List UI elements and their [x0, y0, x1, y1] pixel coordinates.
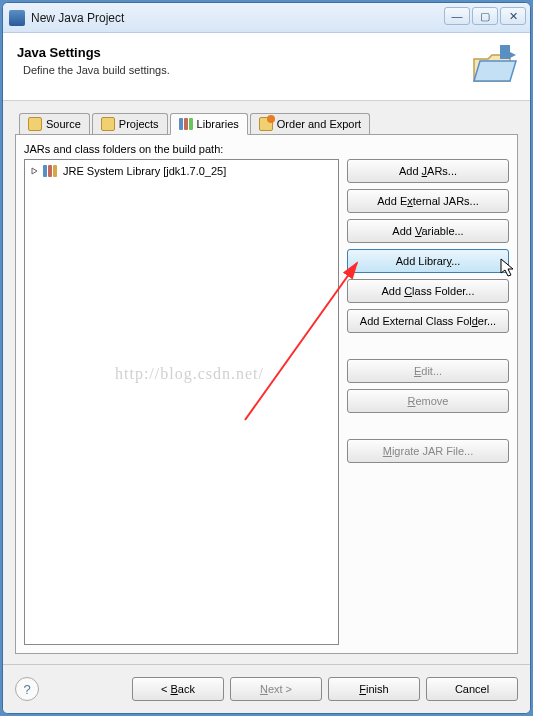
svg-rect-0 — [500, 45, 510, 59]
page-title: Java Settings — [17, 45, 516, 60]
build-path-tree[interactable]: JRE System Library [jdk1.7.0_25] — [24, 159, 339, 645]
tab-projects[interactable]: Projects — [92, 113, 168, 134]
add-external-class-folder-button[interactable]: Add External Class Folder... — [347, 309, 509, 333]
minimize-button[interactable]: — — [444, 7, 470, 25]
titlebar: New Java Project — ▢ ✕ — [3, 3, 530, 33]
tab-bar: Source Projects Libraries Order and Expo… — [15, 111, 518, 135]
edit-button: Edit... — [347, 359, 509, 383]
back-button[interactable]: < Back — [132, 677, 224, 701]
add-external-jars-button[interactable]: Add External JARs... — [347, 189, 509, 213]
page-subtitle: Define the Java build settings. — [23, 64, 516, 76]
folder-wizard-icon — [470, 41, 518, 89]
tree-item-label: JRE System Library [jdk1.7.0_25] — [63, 165, 226, 177]
tab-body: JARs and class folders on the build path… — [15, 135, 518, 654]
button-column: Add JARs... Add External JARs... Add Var… — [347, 159, 509, 645]
tab-label: Projects — [119, 118, 159, 130]
library-icon — [43, 165, 59, 177]
add-variable-button[interactable]: Add Variable... — [347, 219, 509, 243]
list-label: JARs and class folders on the build path… — [24, 143, 509, 155]
window-title: New Java Project — [31, 11, 124, 25]
next-button: Next > — [230, 677, 322, 701]
add-jars-button[interactable]: Add JARs... — [347, 159, 509, 183]
cancel-button[interactable]: Cancel — [426, 677, 518, 701]
tab-order-export[interactable]: Order and Export — [250, 113, 370, 134]
projects-icon — [101, 117, 115, 131]
window-controls: — ▢ ✕ — [444, 7, 526, 25]
order-export-icon — [259, 117, 273, 131]
main-row: JRE System Library [jdk1.7.0_25] Add JAR… — [24, 159, 509, 645]
tab-label: Source — [46, 118, 81, 130]
content-area: Source Projects Libraries Order and Expo… — [3, 101, 530, 664]
migrate-jar-button: Migrate JAR File... — [347, 439, 509, 463]
java-project-icon — [9, 10, 25, 26]
tab-label: Order and Export — [277, 118, 361, 130]
maximize-button[interactable]: ▢ — [472, 7, 498, 25]
close-button[interactable]: ✕ — [500, 7, 526, 25]
help-button[interactable]: ? — [15, 677, 39, 701]
source-folder-icon — [28, 117, 42, 131]
tab-libraries[interactable]: Libraries — [170, 113, 248, 135]
footer: ? < Back Next > Finish Cancel — [3, 664, 530, 713]
tree-item-jre[interactable]: JRE System Library [jdk1.7.0_25] — [27, 164, 336, 178]
dialog-window: New Java Project — ▢ ✕ Java Settings Def… — [2, 2, 531, 714]
tab-label: Libraries — [197, 118, 239, 130]
remove-button: Remove — [347, 389, 509, 413]
add-class-folder-button[interactable]: Add Class Folder... — [347, 279, 509, 303]
header-panel: Java Settings Define the Java build sett… — [3, 33, 530, 101]
expand-arrow-icon[interactable] — [31, 167, 39, 175]
finish-button[interactable]: Finish — [328, 677, 420, 701]
add-library-button[interactable]: Add Library... — [347, 249, 509, 273]
libraries-icon — [179, 117, 193, 131]
tab-source[interactable]: Source — [19, 113, 90, 134]
